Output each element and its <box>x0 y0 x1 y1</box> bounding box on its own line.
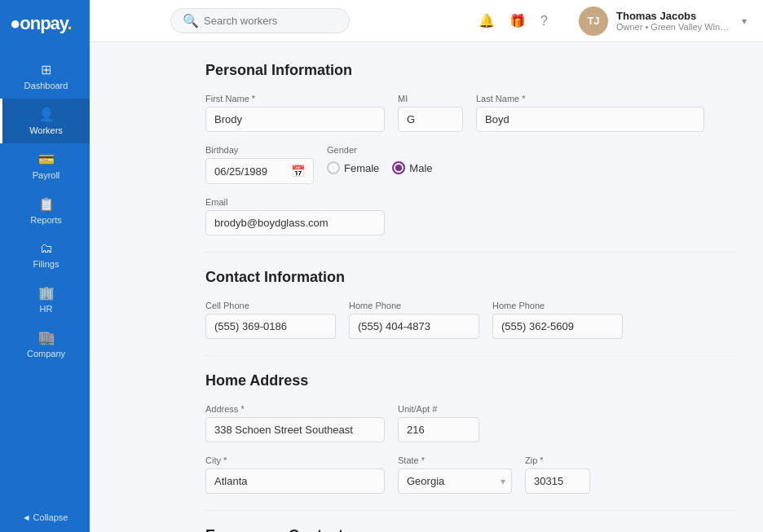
help-icon[interactable]: ? <box>540 14 548 29</box>
home-phone-label: Home Phone <box>349 301 479 310</box>
first-name-group: First Name * <box>205 94 385 132</box>
address-row: Address * Unit/Apt # <box>205 404 737 442</box>
emergency-contact-title: Emergency Contact <box>205 527 737 532</box>
calendar-icon[interactable]: 📅 <box>291 165 305 178</box>
home-address-title: Home Address <box>205 372 737 389</box>
gift-icon[interactable]: 🎁 <box>509 13 526 29</box>
user-dropdown-icon[interactable]: ▾ <box>742 15 747 27</box>
search-input[interactable] <box>204 15 334 27</box>
dashboard-icon: ⊞ <box>41 62 51 77</box>
home-phone-group: Home Phone <box>349 301 479 339</box>
cell-phone-label: Cell Phone <box>205 301 336 310</box>
birthday-group: Birthday 📅 <box>205 145 314 184</box>
avatar-initials: TJ <box>587 15 599 27</box>
topbar-icons: 🔔 🎁 ? TJ Thomas Jacobs Owner • Green Val… <box>479 7 747 36</box>
sidebar-item-payroll[interactable]: 💳 Payroll <box>0 143 90 188</box>
payroll-icon: 💳 <box>38 152 55 167</box>
birthday-input[interactable] <box>214 165 288 178</box>
divider-1 <box>205 252 737 253</box>
zip-input[interactable] <box>525 468 590 494</box>
city-label: City * <box>205 455 385 465</box>
avatar: TJ <box>579 7 608 36</box>
last-name-label: Last Name * <box>476 94 704 103</box>
hr-icon: 🏢 <box>38 285 55 301</box>
gender-label: Gender <box>327 145 433 155</box>
mi-label: MI <box>398 94 463 103</box>
cell-phone-input[interactable] <box>205 314 336 339</box>
name-row: First Name * MI Last Name * <box>205 94 737 132</box>
state-select[interactable]: Georgia Alabama California Florida Texas <box>398 468 512 494</box>
divider-2 <box>205 355 737 356</box>
sidebar-item-reports[interactable]: 📋 Reports <box>0 188 90 233</box>
gender-male-radio[interactable] <box>392 161 405 174</box>
sidebar-label-filings: Filings <box>33 259 60 269</box>
first-name-label: First Name * <box>205 94 385 103</box>
mi-input[interactable] <box>398 107 463 132</box>
sidebar-item-company[interactable]: 🏬 Company <box>0 322 90 367</box>
workers-icon: 👤 <box>38 107 55 122</box>
mi-group: MI <box>398 94 463 132</box>
gender-female-radio[interactable] <box>327 161 340 174</box>
company-icon: 🏬 <box>38 330 55 345</box>
sidebar: ●onpay. ⊞ Dashboard 👤 Workers 💳 Payroll … <box>0 0 90 532</box>
home-phone-input[interactable] <box>349 314 479 339</box>
sidebar-label-workers: Workers <box>29 125 63 135</box>
email-label: Email <box>205 197 385 207</box>
home-phone2-input[interactable] <box>492 314 623 339</box>
first-name-input[interactable] <box>205 107 385 132</box>
sidebar-item-filings[interactable]: 🗂 Filings <box>0 233 90 277</box>
sidebar-item-hr[interactable]: 🏢 HR <box>0 277 90 322</box>
cell-phone-group: Cell Phone <box>205 301 336 339</box>
divider-3 <box>205 510 737 511</box>
email-input[interactable] <box>205 210 385 235</box>
gender-female-label[interactable]: Female <box>327 161 379 174</box>
user-text: Thomas Jacobs Owner • Green Valley Wine … <box>616 10 730 32</box>
sidebar-label-dashboard: Dashboard <box>24 81 68 90</box>
gender-male-label[interactable]: Male <box>392 161 432 174</box>
sidebar-label-reports: Reports <box>30 215 62 225</box>
sidebar-item-dashboard[interactable]: ⊞ Dashboard <box>0 54 90 99</box>
logo-text: ●onpay. <box>10 13 72 33</box>
reports-icon: 📋 <box>38 196 55 212</box>
birthday-input-wrapper[interactable]: 📅 <box>205 158 314 184</box>
user-name: Thomas Jacobs <box>616 10 730 22</box>
last-name-input[interactable] <box>476 107 704 132</box>
address-group: Address * <box>205 404 385 442</box>
search-icon: 🔍 <box>183 13 199 29</box>
personal-info-title: Personal Information <box>205 62 737 79</box>
phones-row: Cell Phone Home Phone Home Phone <box>205 301 737 339</box>
zip-label: Zip * <box>525 455 590 465</box>
zip-group: Zip * <box>525 455 590 494</box>
state-label: State * <box>398 455 512 465</box>
user-info[interactable]: TJ Thomas Jacobs Owner • Green Valley Wi… <box>579 7 747 36</box>
gender-group: Gender Female Male <box>327 145 433 184</box>
collapse-label: ◄ Collapse <box>22 512 68 522</box>
radio-dot <box>395 165 402 171</box>
email-group: Email <box>205 197 385 235</box>
state-select-wrapper[interactable]: Georgia Alabama California Florida Texas… <box>398 468 512 494</box>
collapse-button[interactable]: ◄ Collapse <box>0 503 90 532</box>
address-input[interactable] <box>205 417 385 442</box>
notifications-icon[interactable]: 🔔 <box>479 13 495 29</box>
unit-input[interactable] <box>398 417 479 442</box>
birthday-gender-row: Birthday 📅 Gender Female Male <box>205 145 737 184</box>
home-phone2-label: Home Phone <box>492 301 623 310</box>
email-row: Email <box>205 197 737 235</box>
city-state-zip-row: City * State * Georgia Alabama Californi… <box>205 455 737 494</box>
contact-info-title: Contact Information <box>205 269 737 286</box>
logo-dot: . <box>67 13 71 33</box>
city-group: City * <box>205 455 385 494</box>
gender-male-text: Male <box>409 162 432 174</box>
gender-female-text: Female <box>344 162 379 174</box>
topbar: 🔍 🔔 🎁 ? TJ Thomas Jacobs Owner • Green V… <box>90 0 763 42</box>
search-box[interactable]: 🔍 <box>170 8 350 33</box>
sidebar-label-hr: HR <box>40 304 53 314</box>
sidebar-item-workers[interactable]: 👤 Workers <box>0 99 90 143</box>
gender-options: Female Male <box>327 161 433 174</box>
unit-label: Unit/Apt # <box>398 404 479 414</box>
logo: ●onpay. <box>0 0 90 47</box>
main-content: Personal Information First Name * MI Las… <box>179 42 763 532</box>
last-name-group: Last Name * <box>476 94 704 132</box>
city-input[interactable] <box>205 468 385 494</box>
birthday-label: Birthday <box>205 145 314 155</box>
